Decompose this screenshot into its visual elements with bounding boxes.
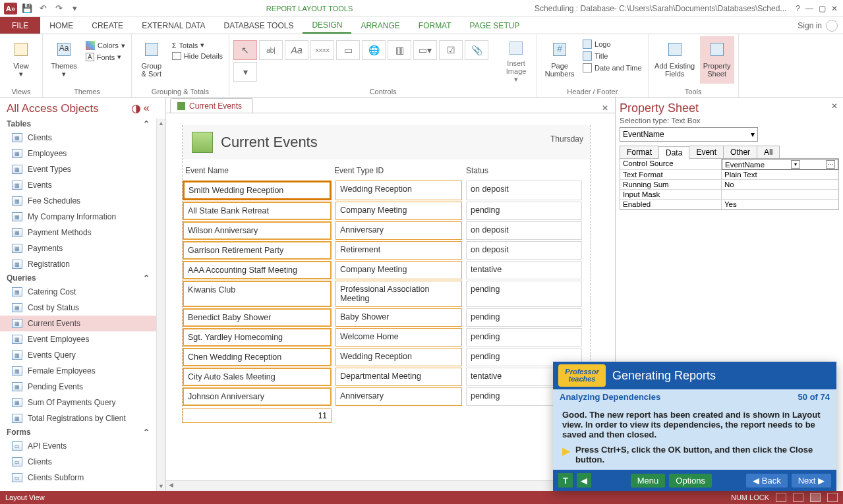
cell-event-type[interactable]: Departmental Meeting [335,368,462,386]
builder-icon[interactable]: ⋯ [826,160,835,169]
cell-event-type[interactable]: Wedding Reception [335,181,462,200]
nav-item-table[interactable]: ▦Event Types [0,161,156,177]
nav-filter-icon[interactable]: ◑ [131,101,141,115]
cell-event-type[interactable]: Welcome Home [335,328,462,347]
colors-button[interactable]: Colors▾ [84,40,127,51]
nav-item-form[interactable]: ▭API Events [0,438,156,454]
property-value[interactable]: Yes [722,200,838,210]
dropdown-icon[interactable]: ▾ [791,160,800,169]
tab-external-data[interactable]: EXTERNAL DATA [132,17,214,34]
prop-tab-format[interactable]: Format [620,146,659,158]
nav-item-query[interactable]: ▦Event Employees [0,331,156,347]
report-row[interactable]: City Auto Sales MeetingDepartmental Meet… [183,368,590,386]
report-row[interactable]: Sgt. Yardley HomecomingWelcome Homependi… [183,328,590,347]
report-row[interactable]: Garrison Retirement PartyRetirementon de… [183,241,590,260]
cell-status[interactable]: tentative [466,261,582,279]
document-tab-current-events[interactable]: Current Events [170,98,253,113]
group-sort-button[interactable]: Group & Sort [136,36,167,84]
page-numbers-button[interactable]: # Page Numbers [541,36,578,84]
tab-home[interactable]: HOME [40,17,82,34]
property-sheet-close-icon[interactable]: ✕ [831,101,838,111]
tab-arrange[interactable]: ARRANGE [351,17,409,34]
nav-item-query[interactable]: ▦Current Events [0,316,156,331]
column-header-status[interactable]: Status [466,166,578,175]
cell-status[interactable]: on deposit [466,181,582,200]
nav-item-table[interactable]: ▦Payments [0,240,156,256]
column-header-event-type[interactable]: Event Type ID [334,166,466,175]
column-header-event-name[interactable]: Event Name [183,166,334,175]
tab-design[interactable]: DESIGN [303,17,351,34]
nav-item-form[interactable]: ▭Clients [0,454,156,470]
report-row[interactable]: Wilson AnniversaryAnniversaryon deposit [183,221,590,240]
cell-event-type[interactable]: Anniversary [335,387,462,406]
professor-options-button[interactable]: Options [669,474,712,488]
prop-tab-event[interactable]: Event [689,146,724,158]
help-icon[interactable]: ? [796,4,800,13]
cell-event-type[interactable]: Company Meeting [335,261,462,279]
nav-item-query[interactable]: ▦Sum Of Payments Query [0,395,156,410]
property-value[interactable]: Plain Text [722,170,838,180]
tab-control-icon[interactable]: ▭ [336,40,360,60]
nav-item-form[interactable]: ▭Clients Subform [0,470,156,486]
nav-item-query[interactable]: ▦Female Employees [0,363,156,379]
nav-item-table[interactable]: ▦Registration [0,256,156,272]
save-icon[interactable]: 💾 [21,3,33,14]
insert-image-button[interactable]: Insert Image▾ [500,36,533,84]
cell-event-name[interactable]: Sgt. Yardley Homecoming [183,328,332,347]
tab-format[interactable]: FORMAT [409,17,461,34]
combobox-control-icon[interactable]: ▭▾ [413,40,437,60]
nav-item-query[interactable]: ▦Total Registrations by Client [0,410,156,426]
button-control-icon[interactable]: XXXX [310,40,334,60]
property-row[interactable]: Running SumNo [620,180,838,190]
minimize-icon[interactable]: — [805,4,813,13]
nav-section-forms[interactable]: Forms⌃ [0,426,156,438]
nav-item-table[interactable]: ▦My Company Information [0,209,156,225]
property-object-select[interactable]: EventName▾ [620,127,758,142]
professor-next-button[interactable]: Next ▶ [792,474,831,488]
cell-event-name[interactable]: All State Bank Retreat [183,202,332,220]
prop-tab-other[interactable]: Other [723,146,757,158]
totals-button[interactable]: ΣTotals▾ [170,40,225,50]
nav-item-table[interactable]: ▦Employees [0,146,156,161]
professor-t-button[interactable]: T [558,473,573,488]
hyperlink-control-icon[interactable]: 🌐 [362,40,386,60]
view-report-icon[interactable] [776,493,786,502]
cell-event-name[interactable]: Johnson Anniversary [183,387,332,406]
report-row[interactable]: Benedict Baby ShowerBaby Showerpending [183,308,590,327]
cell-status[interactable]: pending [466,281,582,307]
report-row[interactable]: All State Bank RetreatCompany Meetingpen… [183,202,590,220]
fonts-button[interactable]: AFonts▾ [84,52,127,62]
tab-file[interactable]: FILE [0,17,40,34]
textbox-control-icon[interactable]: ab| [259,40,283,60]
cell-event-name[interactable]: Smith Wedding Reception [183,181,332,200]
property-row[interactable]: EnabledYes [620,200,838,210]
tab-create[interactable]: CREATE [82,17,132,34]
cell-event-type[interactable]: Retirement [335,241,462,260]
report-row[interactable]: Chen Wedding ReceptionWedding Receptionp… [183,348,590,366]
nav-item-query[interactable]: ▦Catering Cost [0,284,156,300]
horizontal-scrollbar[interactable] [166,480,615,491]
hide-details-button[interactable]: Hide Details [170,51,225,61]
nav-section-queries[interactable]: Queries⌃ [0,272,156,284]
nav-item-query[interactable]: ▦Pending Events [0,379,156,395]
attachment-control-icon[interactable]: 📎 [465,40,488,60]
report-row[interactable]: AAA Accounting Staff MeetingCompany Meet… [183,261,590,279]
view-print-preview-icon[interactable] [793,493,803,502]
nav-scrollbar[interactable] [156,119,165,491]
cell-event-type[interactable]: Baby Shower [335,308,462,327]
cell-event-type[interactable]: Anniversary [335,221,462,240]
property-row[interactable]: Text FormatPlain Text [620,170,838,180]
report-title[interactable]: Current Events [221,134,318,151]
cell-event-type[interactable]: Wedding Reception [335,348,462,366]
nav-section-tables[interactable]: Tables⌃ [0,118,156,130]
nav-item-table[interactable]: ▦Payment Methods [0,225,156,240]
cell-status[interactable]: on deposit [466,221,582,240]
qat-customize-icon[interactable]: ▾ [69,3,80,14]
property-value[interactable] [722,190,838,200]
report-date[interactable]: Thursday [550,134,583,144]
restore-icon[interactable]: ▢ [819,4,826,13]
cell-event-name[interactable]: Benedict Baby Shower [183,308,332,327]
nav-item-query[interactable]: ▦Cost by Status [0,300,156,316]
nav-item-table[interactable]: ▦Clients [0,130,156,146]
property-value[interactable]: No [722,180,838,190]
